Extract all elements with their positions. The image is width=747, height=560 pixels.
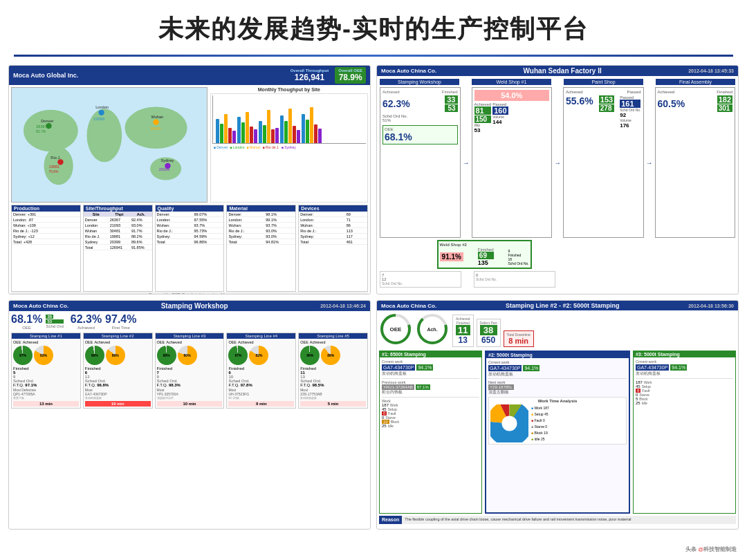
chart-title: Monthly Thoughput by Site xyxy=(210,87,368,92)
watermark: 头条 @科技智能制造 xyxy=(685,545,737,553)
svg-text:Rio J.: Rio J. xyxy=(50,156,61,160)
panel3-header: Moca Auto China Co. Stamping Workshop 20… xyxy=(9,301,370,311)
panel3-workshop: Stamping Workshop xyxy=(161,302,228,310)
panel4-datetime: 2012-04-18 13:56:30 xyxy=(688,304,734,308)
panel1-company: Moca Auto Global Inc. xyxy=(13,72,78,79)
panel2-company: Moca Auto China Co. xyxy=(381,68,436,74)
stamp-line-4: Stamping Line #4 OEEAchieved 97% 82% Fin… xyxy=(226,333,296,409)
svg-text:OEE: OEE xyxy=(390,326,403,333)
svg-text:20399: 20399 xyxy=(159,167,170,171)
production-table: Production Denver: +391 London: .87 Wuha… xyxy=(11,205,81,292)
svg-text:Denver: Denver xyxy=(41,119,53,123)
panel-stamp-line2: Moca Auto China Co. Stamping Line #2 - #… xyxy=(376,300,739,530)
devices-table: Devices Denver:69 London:71 Wuhan:86 Rio… xyxy=(298,205,368,292)
svg-text:London: London xyxy=(95,105,109,109)
stamp-achieved: 62.3% Achieved xyxy=(71,313,102,330)
svg-point-10 xyxy=(98,110,104,115)
svg-text:21093: 21093 xyxy=(93,117,104,121)
svg-text:19981: 19981 xyxy=(49,165,60,169)
dashboard-grid: Moca Auto Global Inc. Overall Throughput… xyxy=(0,65,747,535)
panel4-header: Moca Auto China Co. Stamping Line #2 - #… xyxy=(377,301,738,310)
panel-wuhan: Moca Auto China Co. Wuhan Sedan Factory … xyxy=(376,65,739,295)
material-table: Material Denver:98.1% London:99.1% Wuhan… xyxy=(226,205,296,292)
svg-text:30481: 30481 xyxy=(150,127,161,131)
svg-point-13 xyxy=(153,119,158,124)
panel2-factory: Wuhan Sedan Factory II xyxy=(524,67,602,75)
quality-table: Quality Denver:99.07% London:97.55% Wuha… xyxy=(155,205,225,292)
reason-text: The flexible coupling of the axial drive… xyxy=(402,516,736,524)
panel2-datetime: 2012-04-18 13:45:33 xyxy=(688,68,734,73)
throughput-table: Site/Throughput SiteThptAch. Denver26367… xyxy=(83,205,153,292)
panel-global: Moca Auto Global Inc. Overall Throughput… xyxy=(8,65,371,295)
svg-text:Wuhan: Wuhan xyxy=(151,115,163,119)
stamp-line-1: Stamping Line #1 OEEAchieved 97% 83% Fin… xyxy=(11,333,81,409)
svg-text:Sydney: Sydney xyxy=(161,158,174,162)
stamp-section-1: #1: 6500t Stamping Crrrent work GA7-4347… xyxy=(379,351,482,514)
panel1-header: Moca Auto Global Inc. Overall Throughput… xyxy=(9,66,370,85)
panel3-company: Moca Auto China Co. xyxy=(13,303,68,309)
world-map: Denver 26367 81.7% London 21093 Wuhan 30… xyxy=(11,87,208,203)
stamp-section-2: #2: 5000t Stamping Crrrent work GA7-4347… xyxy=(485,351,630,514)
panel4-line: Stamping Line #2 - #2: 5000t Stamping xyxy=(506,302,620,309)
stamp-oee: 68.1% OEE xyxy=(11,313,42,330)
stamp-line-3: Stamping Line #3 OEEAchieved 98% 80% Fin… xyxy=(155,333,225,409)
panel2-header: Moca Auto China Co. Wuhan Sedan Factory … xyxy=(377,66,738,76)
svg-point-1 xyxy=(24,110,78,152)
page-title: 未来的发展趋势-实时的生产控制平台 xyxy=(0,0,747,55)
stamp-first-time: 97.4% First Time xyxy=(105,313,136,330)
stamp-line-2: Stamping Line #2 OEEAchieved 96% 86% Fin… xyxy=(83,333,153,409)
svg-text:75.6%: 75.6% xyxy=(49,170,59,174)
svg-text:Ach.: Ach. xyxy=(427,327,437,332)
stamp-line-5: Stamping Line #5 OEEAchieved 98% 88% Fin… xyxy=(298,333,368,409)
overall-throughput-box: Overall Throughput 126,941 xyxy=(287,67,333,84)
panel-stamp-workshop: Moca Auto China Co. Stamping Workshop 20… xyxy=(8,300,371,530)
powered-by: Powered by PCT. Epicdata International I… xyxy=(11,292,368,295)
divider xyxy=(14,55,733,57)
stamp-section-3: #3: 5000t Stamping Crrrent work GA7-4347… xyxy=(633,351,736,514)
panel3-datetime: 2012-04-18 13:46:24 xyxy=(320,304,366,308)
overall-oee-box: Overall OEE 78.9% xyxy=(335,67,366,84)
svg-text:81.7%: 81.7% xyxy=(36,130,46,133)
svg-text:26367: 26367 xyxy=(36,124,47,129)
bar-chart: ■ Denver ■ London ■ Wuhan ■ Rio de J. ■ … xyxy=(210,93,368,203)
panel4-company: Moca Auto China Co. xyxy=(381,303,436,309)
